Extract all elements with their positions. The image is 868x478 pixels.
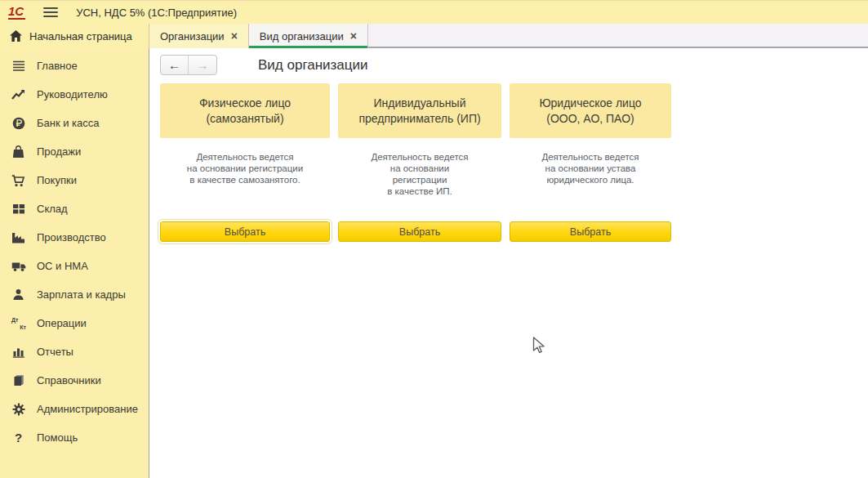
choose-button-entrepreneur[interactable]: Выбрать	[338, 221, 501, 242]
sidebar-item-manager[interactable]: Руководителю	[0, 80, 149, 109]
choose-button-self-employed[interactable]: Выбрать	[160, 221, 330, 242]
warehouse-icon	[11, 203, 26, 216]
close-tab-icon[interactable]: ×	[231, 30, 238, 42]
factory-icon	[11, 231, 26, 244]
sidebar-item-purchases[interactable]: Покупки	[0, 166, 149, 194]
history-nav-group: ← →	[160, 55, 217, 75]
truck-icon	[11, 260, 26, 273]
ruble-circle-icon	[11, 117, 26, 130]
sidebar-item-help[interactable]: ? Помощь	[0, 423, 149, 452]
bar-chart-icon	[11, 346, 26, 359]
1c-logo-icon: 1С	[8, 5, 25, 20]
choose-button-legal-entity[interactable]: Выбрать	[510, 221, 671, 242]
shopping-cart-icon	[11, 174, 26, 187]
sidebar-item-main[interactable]: Главное	[0, 51, 149, 80]
org-type-column-legal-entity: Юридическое лицо (ООО, АО, ПАО) Деятельн…	[510, 83, 671, 242]
sidebar-item-administration[interactable]: Администрирование	[0, 395, 149, 423]
sidebar-item-catalogs[interactable]: Справочники	[0, 366, 149, 395]
sidebar-item-production[interactable]: Производство	[0, 223, 149, 252]
shopping-bag-icon	[11, 145, 26, 159]
tab-label: Организации	[160, 30, 225, 42]
card-description: Деятельность ведется на основании регист…	[160, 151, 330, 221]
home-tab-label: Начальная страница	[29, 30, 132, 42]
person-icon	[11, 288, 26, 302]
card-title: Юридическое лицо (ООО, АО, ПАО)	[539, 96, 641, 127]
trend-up-icon	[11, 88, 26, 101]
home-page-tab[interactable]: Начальная страница	[0, 24, 149, 48]
window-title: УСН, НДС 5% (1С:Предприятие)	[76, 7, 237, 19]
section-sidebar: Главное Руководителю Банк и касса Продаж…	[0, 48, 149, 478]
tab-label: Вид организации	[260, 30, 344, 42]
sidebar-item-fixed-assets[interactable]: ОС и НМА	[0, 252, 149, 280]
debit-credit-icon: ДтКт	[11, 317, 26, 330]
close-tab-icon[interactable]: ×	[350, 30, 357, 42]
books-icon	[11, 374, 26, 387]
window-titlebar: 1С УСН, НДС 5% (1С:Предприятие)	[0, 0, 868, 24]
card-title: Индивидуальный предприниматель (ИП)	[358, 96, 480, 127]
main-menu-icon[interactable]	[43, 7, 58, 18]
tab-strip-filler	[368, 24, 868, 48]
tab-organizations[interactable]: Организации ×	[149, 24, 249, 48]
card-description: Деятельность ведется на основании регист…	[338, 151, 501, 221]
sidebar-item-sales[interactable]: Продажи	[0, 137, 149, 166]
org-type-card-entrepreneur: Индивидуальный предприниматель (ИП)	[338, 83, 501, 138]
menu-lines-icon	[11, 60, 26, 73]
sidebar-item-reports[interactable]: Отчеты	[0, 337, 149, 366]
org-type-card-legal-entity: Юридическое лицо (ООО, АО, ПАО)	[510, 83, 671, 138]
gear-icon	[11, 403, 26, 416]
tab-strip: Начальная страница Организации × Вид орг…	[0, 24, 868, 48]
question-icon: ?	[11, 431, 26, 444]
forward-button-disabled[interactable]: →	[189, 56, 216, 74]
back-button[interactable]: ←	[161, 56, 189, 74]
sidebar-item-payroll-hr[interactable]: Зарплата и кадры	[0, 280, 149, 309]
home-icon	[10, 30, 22, 42]
page-title: Вид организации	[258, 57, 368, 74]
sidebar-item-bank-cash[interactable]: Банк и касса	[0, 109, 149, 137]
tab-organization-type[interactable]: Вид организации ×	[249, 24, 368, 48]
card-description: Деятельность ведется на основании устава…	[510, 151, 671, 221]
org-type-card-self-employed: Физическое лицо (самозанятый)	[160, 83, 330, 138]
org-type-column-individual: Физическое лицо (самозанятый) Деятельнос…	[160, 83, 330, 242]
sidebar-item-warehouse[interactable]: Склад	[0, 194, 149, 223]
card-title: Физическое лицо (самозанятый)	[199, 96, 291, 127]
org-type-column-entrepreneur: Индивидуальный предприниматель (ИП) Деят…	[338, 83, 501, 242]
main-content: ← → Вид организации Физическое лицо (сам…	[149, 48, 868, 478]
sidebar-item-operations[interactable]: ДтКт Операции	[0, 309, 149, 337]
